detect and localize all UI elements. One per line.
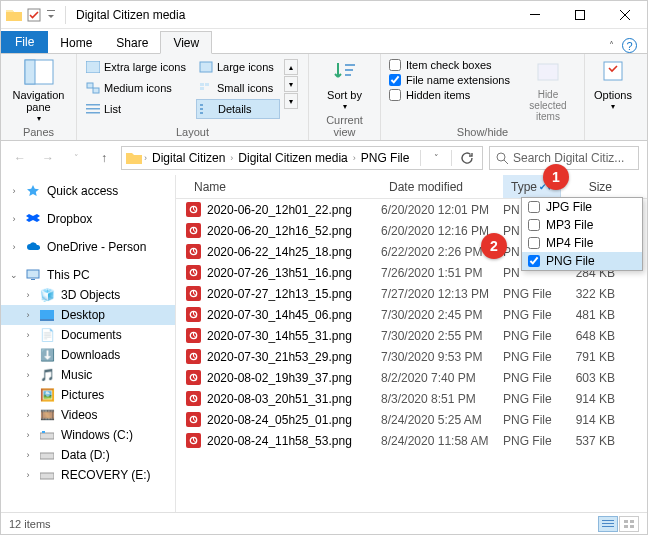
view-details-toggle[interactable] [598,516,618,532]
pc-icon [25,268,41,282]
file-row[interactable]: 2020-08-24_11h58_53.png8/24/2020 11:58 A… [176,430,647,451]
videos-icon: 🎞️ [39,408,55,422]
col-date[interactable]: Date modified [381,175,503,198]
tab-share[interactable]: Share [104,32,160,53]
file-row[interactable]: 2020-08-03_20h51_31.png8/3/2020 8:51 PMP… [176,388,647,409]
type-filter-option[interactable]: MP4 File [522,234,642,252]
png-file-icon [186,307,201,322]
downloads-icon: ⬇️ [39,348,55,362]
minimize-button[interactable] [512,1,557,29]
nav-3d-objects[interactable]: ›🧊3D Objects [1,285,175,305]
ribbon-tabs: File Home Share View ˄ ? [1,29,647,53]
svg-rect-20 [200,112,203,114]
refresh-button[interactable] [456,151,478,165]
svg-rect-30 [40,310,54,319]
gallery-more-icon[interactable]: ▾ [284,93,298,109]
chk-file-ext[interactable]: File name extensions [389,74,510,86]
png-file-icon [186,412,201,427]
file-row[interactable]: 2020-07-30_14h45_06.png7/30/2020 2:45 PM… [176,304,647,325]
sort-by-button[interactable]: Sort by ▾ [315,57,374,112]
nav-onedrive[interactable]: ›OneDrive - Person [1,237,175,257]
layout-details[interactable]: Details [196,99,280,119]
png-file-icon [186,202,201,217]
nav-this-pc[interactable]: ⌄This PC [1,265,175,285]
collapse-ribbon-icon[interactable]: ˄ [609,40,614,51]
navigation-pane-button[interactable]: Navigation pane ▾ [9,57,69,124]
navigation-pane[interactable]: ›Quick access ›Dropbox ›OneDrive - Perso… [1,175,176,512]
layout-list[interactable]: List [83,99,192,119]
layout-medium[interactable]: Medium icons [83,78,192,98]
layout-gallery[interactable]: Extra large icons Large icons Medium ico… [83,57,280,119]
view-thumbnails-toggle[interactable] [619,516,639,532]
callout-1: 1 [543,164,569,190]
svg-rect-16 [200,104,203,106]
type-filter-option[interactable]: MP3 File [522,216,642,234]
crumb-1[interactable]: Digital Citizen media [235,151,350,165]
forward-button[interactable]: → [37,147,59,169]
tab-file[interactable]: File [1,31,48,53]
options-button[interactable]: Options ▾ [591,57,635,112]
type-filter-dropdown[interactable]: JPG FileMP3 FileMP4 FilePNG File [521,197,643,271]
recent-dropdown[interactable]: ˅ [65,147,87,169]
file-row[interactable]: 2020-08-24_05h25_01.png8/24/2020 5:25 AM… [176,409,647,430]
crumb-0[interactable]: Digital Citizen [149,151,228,165]
col-size[interactable]: Size [561,175,621,198]
crumb-2[interactable]: PNG File [358,151,413,165]
file-row[interactable]: 2020-08-02_19h39_37.png8/2/2020 7:40 PMP… [176,367,647,388]
svg-rect-25 [538,64,558,80]
nav-downloads[interactable]: ›⬇️Downloads [1,345,175,365]
type-filter-option[interactable]: JPG File [522,198,642,216]
file-row[interactable]: 2020-07-30_14h55_31.png7/30/2020 2:55 PM… [176,325,647,346]
svg-rect-2 [530,14,540,15]
nav-videos[interactable]: ›🎞️Videos [1,405,175,425]
tab-view[interactable]: View [160,31,212,54]
png-file-icon [186,223,201,238]
tab-home[interactable]: Home [48,32,104,53]
maximize-button[interactable] [557,1,602,29]
address-bar[interactable]: › Digital Citizen › Digital Citizen medi… [121,146,483,170]
nav-documents[interactable]: ›📄Documents [1,325,175,345]
pictures-icon: 🖼️ [39,388,55,402]
help-icon[interactable]: ? [622,38,637,53]
back-button[interactable]: ← [9,147,31,169]
nav-quick-access[interactable]: ›Quick access [1,181,175,201]
nav-desktop[interactable]: ›Desktop [1,305,175,325]
layout-extra-large[interactable]: Extra large icons [83,57,192,77]
star-icon [25,184,41,198]
col-name[interactable]: Name [176,175,381,198]
qat-dropdown-icon[interactable] [45,6,57,24]
png-file-icon [186,328,201,343]
address-dropdown-icon[interactable]: ˅ [425,147,447,169]
drive-icon [39,468,55,482]
png-file-icon [186,244,201,259]
chk-hidden-items[interactable]: Hidden items [389,89,510,101]
svg-rect-13 [86,104,100,106]
file-row[interactable]: 2020-07-27_12h13_15.png7/27/2020 12:13 P… [176,283,647,304]
nav-recovery-e[interactable]: ›RECOVERY (E:) [1,465,175,485]
qat-checkbox-icon[interactable] [25,6,43,24]
layout-large[interactable]: Large icons [196,57,280,77]
gallery-down-icon[interactable]: ▾ [284,76,298,92]
nav-music[interactable]: ›🎵Music [1,365,175,385]
nav-data-d[interactable]: ›Data (D:) [1,445,175,465]
hide-selected-button: Hide selected items [520,57,576,122]
svg-rect-7 [200,62,212,72]
svg-rect-50 [602,526,614,527]
chk-item-checkboxes[interactable]: Item check boxes [389,59,510,71]
callout-2: 2 [481,233,507,259]
svg-rect-8 [87,83,93,88]
nav-pictures[interactable]: ›🖼️Pictures [1,385,175,405]
up-button[interactable]: ↑ [93,147,115,169]
gallery-up-icon[interactable]: ▴ [284,59,298,75]
nav-dropbox[interactable]: ›Dropbox [1,209,175,229]
svg-rect-33 [42,431,45,433]
svg-rect-35 [40,473,54,479]
type-filter-option[interactable]: PNG File [522,252,642,270]
close-button[interactable] [602,1,647,29]
svg-rect-21 [204,112,214,114]
svg-rect-5 [25,60,35,84]
status-bar: 12 items [1,512,647,534]
layout-small[interactable]: Small icons [196,78,280,98]
file-row[interactable]: 2020-07-30_21h53_29.png7/30/2020 9:53 PM… [176,346,647,367]
nav-windows-c[interactable]: ›Windows (C:) [1,425,175,445]
